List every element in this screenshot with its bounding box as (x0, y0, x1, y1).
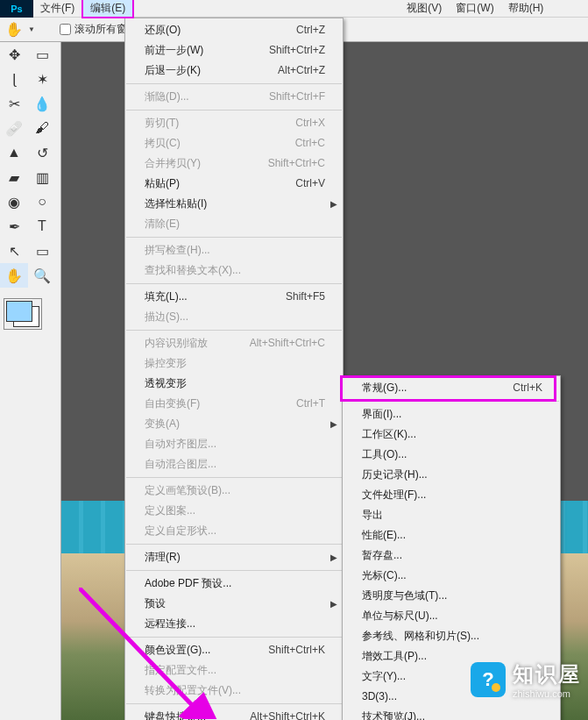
menu-item-label: 前进一步(W) (145, 43, 203, 58)
pref-menu-item-7[interactable]: 导出 (343, 505, 560, 525)
edit-menu-item-41[interactable]: 键盘快捷键...Alt+Shift+Ctrl+K (125, 707, 343, 720)
edit-menu-item-35[interactable]: 远程连接... (125, 614, 343, 634)
menu-item-label: 清理(R) (145, 550, 181, 565)
menu-item-label: 远程连接... (145, 617, 195, 631)
menu-item-label: 透视变形 (145, 376, 187, 391)
scroll-all-label: 滚动所有窗 (74, 22, 127, 37)
scroll-all-input[interactable] (60, 24, 71, 35)
menu-help[interactable]: 帮助(H) (501, 0, 551, 17)
pref-menu-item-13[interactable]: 参考线、网格和切片(S)... (343, 626, 560, 646)
hand-tool-toolbar-icon[interactable]: ✋ (0, 263, 28, 288)
crop-tool-icon[interactable]: ✂ (0, 91, 28, 116)
tools-panel: ✥ ▭ ɭ ✶ ✂ 💧 🩹 🖌 ▲ ↺ ▰ ▥ ◉ ○ ✒ T ↖ ▭ ✋ 🔍 (0, 42, 61, 720)
pref-menu-item-0[interactable]: 常规(G)...Ctrl+K (343, 378, 560, 398)
pen-tool-icon[interactable]: ✒ (0, 214, 28, 239)
healing-tool-icon[interactable]: 🩹 (0, 116, 28, 140)
dodge-tool-icon[interactable]: ○ (28, 189, 56, 214)
edit-menu-item-6: 剪切(T)Ctrl+X (125, 113, 343, 133)
blur-tool-icon[interactable]: ◉ (0, 189, 28, 214)
edit-menu-item-10[interactable]: 选择性粘贴(I)▶ (125, 194, 343, 214)
menu-item-shortcut: Ctrl+C (295, 136, 325, 151)
menu-view[interactable]: 视图(V) (400, 0, 449, 17)
menu-item-label: 指定配置文件... (145, 663, 216, 678)
edit-menu-item-29: 定义自定形状... (125, 521, 343, 541)
eraser-tool-icon[interactable]: ▰ (0, 165, 28, 189)
gradient-tool-icon[interactable]: ▥ (28, 165, 56, 189)
scroll-all-checkbox[interactable]: 滚动所有窗 (60, 22, 127, 37)
menu-item-label: 自由变换(F) (145, 396, 200, 411)
menu-item-label: 历史记录(H)... (362, 467, 428, 482)
pref-menu-item-17[interactable]: 技术预览(J)... (343, 707, 560, 720)
shape-tool-icon[interactable]: ▭ (28, 239, 56, 263)
pref-menu-item-11[interactable]: 透明度与色域(T)... (343, 586, 560, 606)
menu-separator (126, 237, 342, 238)
menu-item-label: 界面(I)... (362, 407, 401, 422)
pref-menu-item-10[interactable]: 光标(C)... (343, 566, 560, 586)
eyedropper-tool-icon[interactable]: 💧 (28, 91, 56, 116)
hand-tool-icon[interactable]: ✋ (5, 21, 23, 38)
edit-menu-item-21[interactable]: 透视变形 (125, 374, 343, 394)
menu-hidden-3[interactable] (162, 0, 176, 17)
edit-menu-item-34[interactable]: 预设▶ (125, 594, 343, 614)
edit-menu-item-37[interactable]: 颜色设置(G)...Shift+Ctrl+K (125, 640, 343, 660)
menu-item-shortcut: Ctrl+X (295, 116, 325, 131)
marquee-tool-icon[interactable]: ▭ (28, 42, 56, 67)
edit-menu-item-16[interactable]: 填充(L)...Shift+F5 (125, 287, 343, 307)
pref-menu-item-3[interactable]: 工作区(K)... (343, 424, 560, 445)
type-tool-icon[interactable]: T (28, 214, 56, 239)
edit-menu-item-7: 拷贝(C)Ctrl+C (125, 133, 343, 153)
menu-separator (126, 283, 342, 284)
menu-hidden-2[interactable] (148, 0, 162, 17)
menu-window[interactable]: 窗口(W) (449, 0, 500, 17)
menu-item-label: 键盘快捷键... (145, 709, 206, 720)
pref-menu-item-2[interactable]: 界面(I)... (343, 404, 560, 424)
pref-menu-item-4[interactable]: 工具(O)... (343, 445, 560, 465)
edit-menu-item-2[interactable]: 后退一步(K)Alt+Ctrl+Z (125, 61, 343, 81)
menu-item-shortcut: Shift+Ctrl+C (268, 156, 325, 171)
edit-menu-item-33[interactable]: Adobe PDF 预设... (125, 574, 343, 594)
foreground-color-swatch[interactable] (6, 301, 32, 322)
edit-menu-item-20: 操控变形 (125, 353, 343, 374)
magic-wand-tool-icon[interactable]: ✶ (28, 67, 56, 91)
tool-preset-caret-icon[interactable]: ▼ (28, 25, 35, 33)
pref-menu-item-12[interactable]: 单位与标尺(U)... (343, 606, 560, 626)
zoom-tool-icon[interactable]: 🔍 (28, 263, 56, 288)
menu-item-shortcut: Alt+Shift+Ctrl+C (250, 336, 325, 351)
menu-item-label: 文字(Y)... (362, 669, 406, 684)
color-swatch[interactable] (0, 295, 60, 333)
menu-item-shortcut: Ctrl+V (295, 176, 325, 191)
menu-item-label: 透明度与色域(T)... (362, 588, 447, 603)
edit-menu-item-1[interactable]: 前进一步(W)Shift+Ctrl+Z (125, 40, 343, 61)
edit-menu-item-39: 转换为配置文件(V)... (125, 681, 343, 701)
menu-item-label: 拷贝(C) (145, 136, 181, 151)
menu-item-label: 描边(S)... (145, 310, 188, 324)
path-tool-icon[interactable]: ↖ (0, 239, 28, 263)
menu-separator (126, 570, 342, 571)
edit-menu-item-19: 内容识别缩放Alt+Shift+Ctrl+C (125, 333, 343, 353)
edit-menu-item-0[interactable]: 还原(O)Ctrl+Z (125, 20, 343, 40)
pref-menu-item-8[interactable]: 性能(E)... (343, 525, 560, 545)
submenu-arrow-icon: ▶ (330, 550, 337, 565)
pref-menu-item-6[interactable]: 文件处理(F)... (343, 485, 560, 505)
pref-menu-item-9[interactable]: 暂存盘... (343, 545, 560, 566)
menu-item-shortcut: Ctrl+K (513, 381, 542, 396)
menu-item-label: 暂存盘... (362, 548, 402, 563)
menu-item-label: 变换(A) (145, 417, 180, 431)
watermark: ? 知识屋 zhishiwu.com (471, 660, 581, 699)
edit-menu-item-31[interactable]: 清理(R)▶ (125, 547, 343, 567)
history-brush-tool-icon[interactable]: ↺ (28, 140, 56, 165)
stamp-tool-icon[interactable]: ▲ (0, 140, 28, 165)
menu-file[interactable]: 文件(F) (33, 0, 81, 17)
brush-tool-icon[interactable]: 🖌 (28, 116, 56, 140)
edit-menu-item-9[interactable]: 粘贴(P)Ctrl+V (125, 174, 343, 194)
move-tool-icon[interactable]: ✥ (0, 42, 28, 67)
submenu-arrow-icon: ▶ (330, 417, 337, 431)
pref-menu-item-5[interactable]: 历史记录(H)... (343, 465, 560, 485)
menu-hidden-1[interactable] (134, 0, 148, 17)
menu-edit[interactable]: 编辑(E) (81, 0, 134, 18)
menu-item-label: 单位与标尺(U)... (362, 609, 438, 624)
menu-item-shortcut: Alt+Shift+Ctrl+K (250, 709, 325, 720)
menu-item-label: 还原(O) (145, 23, 181, 38)
menu-item-label: Adobe PDF 预设... (145, 576, 231, 591)
lasso-tool-icon[interactable]: ɭ (0, 67, 28, 91)
